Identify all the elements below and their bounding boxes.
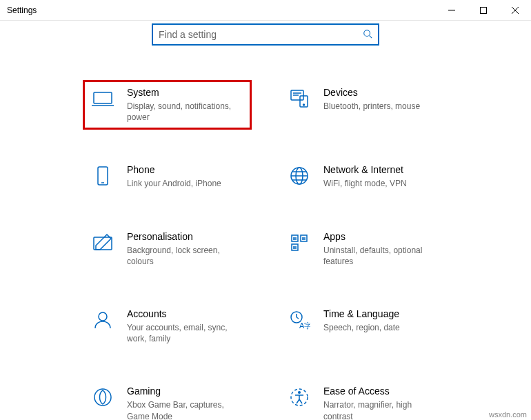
tile-title: Phone <box>127 164 243 175</box>
tile-phone[interactable]: Phone Link your Android, iPhone <box>83 157 252 196</box>
personalisation-icon <box>91 231 114 254</box>
devices-icon <box>288 87 311 110</box>
network-icon <box>288 164 311 188</box>
tile-network[interactable]: Network & Internet WiFi, flight mode, VP… <box>279 157 448 196</box>
tile-title: Time & Language <box>323 308 440 319</box>
tile-desc: Your accounts, email, sync, work, family <box>127 322 243 344</box>
window-controls <box>436 0 531 20</box>
search-icon <box>363 29 372 41</box>
tile-desc: Uninstall, defaults, optional features <box>323 245 440 267</box>
tile-gaming[interactable]: Gaming Xbox Game Bar, captures, Game Mod… <box>83 379 252 420</box>
gaming-icon <box>91 386 114 409</box>
settings-grid: System Display, sound, notifications, po… <box>14 80 517 420</box>
accounts-icon <box>91 308 114 332</box>
close-icon <box>512 7 519 14</box>
tile-desc: Display, sound, notifications, power <box>127 101 243 123</box>
svg-point-37 <box>298 391 301 394</box>
tile-time-language[interactable]: A字 Time & Language Speech, region, date <box>279 301 448 351</box>
search-box[interactable] <box>152 23 379 46</box>
tile-personalisation[interactable]: Personalisation Background, lock screen,… <box>83 224 252 274</box>
time-language-icon: A字 <box>288 308 311 332</box>
apps-icon <box>288 231 311 254</box>
minimize-button[interactable] <box>436 0 468 21</box>
svg-point-4 <box>364 30 370 36</box>
tile-ease-of-access[interactable]: Ease of Access Narrator, magnifier, high… <box>279 379 448 420</box>
tile-title: System <box>127 87 243 98</box>
svg-line-33 <box>297 317 299 319</box>
phone-icon <box>91 164 114 188</box>
titlebar: Settings <box>0 0 531 21</box>
svg-line-41 <box>299 399 302 403</box>
svg-rect-1 <box>481 8 487 14</box>
svg-point-30 <box>99 312 107 321</box>
tile-desc: Xbox Game Bar, captures, Game Mode <box>127 399 243 420</box>
window-title: Settings <box>7 6 37 15</box>
tile-desc: Bluetooth, printers, mouse <box>323 101 440 112</box>
svg-text:A字: A字 <box>299 321 310 330</box>
tile-desc: Background, lock screen, colours <box>127 245 243 267</box>
tile-system[interactable]: System Display, sound, notifications, po… <box>83 80 252 130</box>
svg-line-40 <box>297 399 299 403</box>
maximize-icon <box>480 7 487 14</box>
tile-desc: WiFi, flight mode, VPN <box>323 178 440 189</box>
maximize-button[interactable] <box>468 0 499 21</box>
svg-line-5 <box>370 35 372 38</box>
close-button[interactable] <box>499 0 531 21</box>
tile-title: Accounts <box>127 308 243 319</box>
tile-title: Devices <box>323 87 440 98</box>
tile-title: Network & Internet <box>323 164 440 175</box>
tile-desc: Speech, region, date <box>323 322 440 333</box>
svg-point-35 <box>94 389 111 406</box>
tile-title: Personalisation <box>127 231 243 242</box>
tile-desc: Link your Android, iPhone <box>127 178 243 189</box>
tile-title: Gaming <box>127 386 243 397</box>
tile-accounts[interactable]: Accounts Your accounts, email, sync, wor… <box>83 301 252 351</box>
tile-apps[interactable]: Apps Uninstall, defaults, optional featu… <box>279 224 448 274</box>
search-container <box>14 23 517 46</box>
content-area: System Display, sound, notifications, po… <box>0 23 531 420</box>
watermark: wsxdn.com <box>489 410 527 419</box>
svg-point-10 <box>303 104 305 106</box>
tile-title: Apps <box>323 231 440 242</box>
tile-devices[interactable]: Devices Bluetooth, printers, mouse <box>279 80 448 130</box>
minimize-icon <box>448 7 455 14</box>
system-icon <box>91 87 114 110</box>
ease-of-access-icon <box>288 386 311 409</box>
svg-rect-6 <box>94 92 112 103</box>
svg-rect-13 <box>98 167 108 185</box>
search-input[interactable] <box>159 29 363 40</box>
tile-desc: Narrator, magnifier, high contrast <box>323 399 440 420</box>
tile-title: Ease of Access <box>323 386 440 397</box>
